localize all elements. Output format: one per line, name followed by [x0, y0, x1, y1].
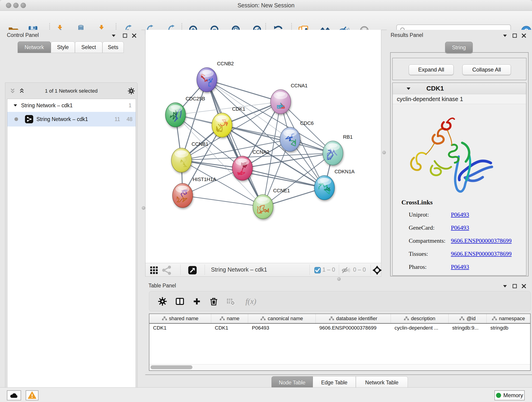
node-CCNB2[interactable] — [197, 68, 217, 92]
edge-CCNB1-CCNB2[interactable] — [181, 80, 207, 160]
tab-string[interactable]: String — [445, 42, 473, 53]
protein-structure-image — [400, 108, 496, 200]
float-panel-icon[interactable] — [512, 33, 518, 38]
column-header-shared-name[interactable]: shared name — [149, 314, 211, 323]
node-RB1[interactable] — [323, 141, 343, 165]
show-columns-button[interactable] — [174, 296, 185, 307]
edge-CCNA2-CDKN1A[interactable] — [242, 168, 324, 188]
expand-all-button[interactable]: Expand All — [409, 64, 454, 75]
tab-network[interactable]: Network — [18, 41, 51, 53]
create-column-button[interactable] — [191, 296, 202, 307]
section-expander-icon[interactable] — [406, 86, 411, 91]
network-type-button[interactable] — [162, 265, 172, 275]
protein-network-graph[interactable]: CCNB2CCNA1CDC25BCDK1CDC6RB1CCNB1CCNA2CDK… — [146, 30, 381, 262]
float-panel-icon[interactable] — [122, 33, 128, 38]
collapse-all-button[interactable]: Collapse All — [462, 64, 511, 75]
splitter-handle[interactable] — [382, 151, 386, 154]
network-options-gear-icon[interactable] — [128, 87, 135, 95]
edge-CCNB2-CCNA1[interactable] — [207, 80, 281, 102]
column-header-database-identifier[interactable]: database identifier — [316, 314, 391, 323]
crosslink-row: GeneCard: — [409, 224, 435, 231]
warning-icon — [28, 391, 36, 400]
column-type-icon — [492, 316, 497, 321]
column-header-description[interactable]: description — [391, 314, 449, 323]
show-grid-button[interactable] — [149, 265, 159, 275]
column-header-namespace[interactable]: namespace — [487, 314, 530, 323]
edge-CCNE1-HIST1H1A[interactable] — [183, 196, 263, 207]
table-row[interactable]: CDK1 CDK1 P06493 9606.ENSP00000378699 cy… — [149, 324, 530, 332]
share-icon — [26, 116, 32, 122]
birdseye-view-button[interactable] — [187, 265, 198, 275]
node-label-RB1: RB1 — [343, 134, 353, 140]
collapse-panel-icon[interactable] — [502, 283, 508, 289]
network-tab-content: 1 of 1 Network selected String Network –… — [5, 83, 138, 402]
node-CDK1[interactable] — [212, 113, 232, 137]
table-header-row: shared name name canonical name database… — [149, 314, 530, 324]
node-table: shared name name canonical name database… — [149, 313, 531, 371]
node-CDC6[interactable] — [280, 127, 300, 152]
memory-button[interactable]: Memory — [494, 390, 525, 400]
splitter-handle[interactable] — [337, 277, 341, 281]
tab-network-table[interactable]: Network Table — [356, 376, 408, 389]
crosslink-link[interactable]: P06493 — [451, 211, 469, 218]
float-panel-icon[interactable] — [512, 283, 518, 289]
gene-section-header[interactable]: CDK1 — [393, 83, 526, 94]
tab-sets[interactable]: Sets — [102, 41, 124, 53]
node-CCNA2[interactable] — [232, 156, 253, 180]
horizontal-scrollbar[interactable] — [149, 364, 530, 370]
left-splitter[interactable] — [141, 30, 145, 387]
network-row[interactable]: String Network – cdk1 11 48 — [7, 112, 136, 127]
crosslink-link[interactable]: 9606.ENSP00000378699 — [451, 237, 512, 244]
tab-edge-table[interactable]: Edge Table — [313, 376, 356, 389]
delete-table-button-disabled[interactable] — [225, 296, 236, 307]
share-icon — [162, 265, 172, 275]
table-tabs-divider — [145, 375, 532, 375]
splitter-handle[interactable] — [142, 206, 145, 210]
table-options-button[interactable] — [157, 296, 168, 307]
crosslink-link[interactable]: P06493 — [451, 264, 469, 270]
statusbar-separator — [310, 264, 310, 275]
node-CCNA1[interactable] — [271, 89, 291, 114]
tab-style[interactable]: Style — [51, 41, 75, 53]
selected-items-checkbox[interactable] — [312, 265, 323, 275]
warnings-button[interactable] — [26, 390, 38, 400]
tab-select[interactable]: Select — [75, 41, 102, 53]
columns-icon — [175, 297, 185, 306]
column-header-canonical-name[interactable]: canonical name — [248, 314, 316, 323]
hidden-items-button[interactable] — [341, 265, 351, 275]
application-window: Session: New Session — [0, 0, 532, 402]
crosslink-link[interactable]: 9606.ENSP00000378699 — [451, 250, 512, 257]
scrollbar-thumb[interactable] — [151, 365, 192, 369]
column-header-name[interactable]: name — [211, 314, 248, 323]
node-CCNE1[interactable] — [253, 195, 273, 219]
collapse-panel-icon[interactable] — [111, 33, 116, 38]
statusbar-separator — [205, 264, 205, 275]
node-CCNB1[interactable] — [171, 148, 191, 172]
network-collection-row[interactable]: String Network – cdk1 1 — [7, 99, 136, 112]
string-results-box: Expand All Collapse All CDK1 cyclin-depe… — [390, 52, 529, 276]
node-HIST1H1A[interactable] — [172, 183, 193, 208]
cloud-status-button[interactable] — [7, 390, 21, 400]
gene-section: CDK1 cyclin-dependent kinase 1 — [392, 83, 526, 276]
column-header-id[interactable]: @id — [449, 314, 487, 323]
crosslink-link[interactable]: P06493 — [451, 224, 469, 231]
gene-name: CDK1 — [426, 85, 444, 92]
pan-tool-button[interactable] — [372, 265, 382, 275]
node-CDKN1A[interactable] — [314, 176, 335, 200]
collapse-panel-icon[interactable] — [502, 33, 508, 38]
node-label-CDKN1A: CDKN1A — [335, 169, 355, 174]
right-splitter[interactable] — [381, 30, 387, 277]
tab-node-table[interactable]: Node Table — [272, 376, 313, 389]
tree-expander-icon[interactable] — [13, 103, 18, 108]
node-CDC25B[interactable] — [165, 103, 186, 127]
network-view-canvas[interactable]: CCNB2CCNA1CDC25BCDK1CDC6RB1CCNB1CCNA2CDK… — [145, 30, 381, 263]
close-panel-icon[interactable] — [521, 283, 527, 289]
column-type-icon — [459, 316, 464, 321]
trash-icon — [209, 297, 218, 306]
close-panel-icon[interactable] — [521, 33, 527, 38]
delete-column-button[interactable] — [208, 296, 219, 307]
function-builder-button-disabled[interactable]: f(x) — [242, 296, 260, 307]
cell-database-identifier: 9606.ENSP00000378699 — [316, 325, 391, 331]
close-panel-icon[interactable] — [131, 33, 137, 38]
edge-CCNB2-CCNE1[interactable] — [207, 80, 263, 207]
